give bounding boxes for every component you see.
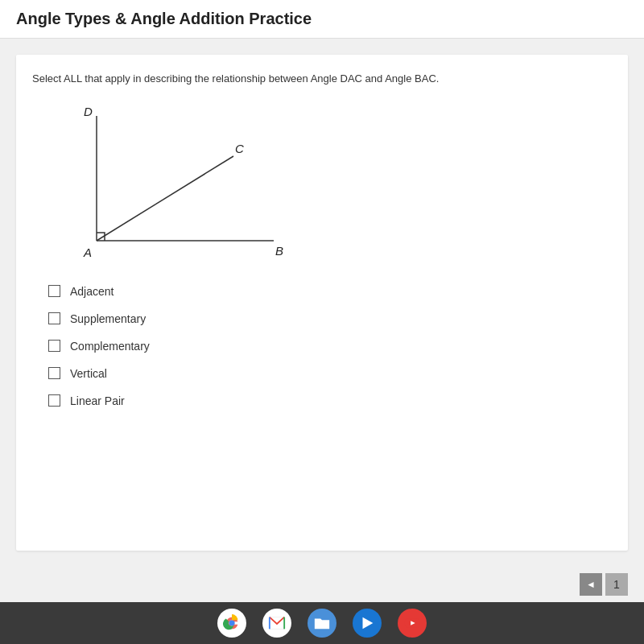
question-area: Select ALL that apply in describing the … [16, 55, 628, 551]
checkbox-adjacent[interactable] [48, 285, 60, 297]
page-number: 1 [605, 573, 628, 596]
option-supplementary[interactable]: Supplementary [48, 312, 612, 325]
option-complementary[interactable]: Complementary [48, 340, 612, 353]
option-vertical-label: Vertical [70, 367, 107, 380]
youtube-icon[interactable] [398, 609, 427, 638]
diagram-container: A B C D [48, 100, 306, 269]
angle-diagram: A B C D [48, 100, 306, 269]
bottom-nav: ◄ 1 [0, 567, 644, 602]
svg-marker-4 [363, 617, 374, 630]
chrome-icon[interactable] [217, 609, 246, 638]
page-title: Angle Types & Angle Addition Practice [16, 10, 312, 27]
page-header: Angle Types & Angle Addition Practice [0, 0, 644, 39]
checkbox-vertical[interactable] [48, 367, 60, 379]
option-adjacent[interactable]: Adjacent [48, 285, 612, 298]
svg-point-3 [229, 620, 234, 625]
main-content: Angle Types & Angle Addition Practice Se… [0, 0, 644, 602]
options-list: Adjacent Supplementary Complementary Ver… [48, 285, 612, 407]
label-B: B [275, 244, 283, 258]
option-vertical[interactable]: Vertical [48, 367, 612, 380]
svg-line-2 [97, 156, 233, 241]
label-C: C [235, 142, 244, 155]
option-linear-pair[interactable]: Linear Pair [48, 394, 612, 407]
option-complementary-label: Complementary [70, 340, 150, 353]
gmail-icon[interactable] [262, 609, 291, 638]
taskbar [0, 602, 644, 644]
label-A: A [83, 246, 92, 259]
option-adjacent-label: Adjacent [70, 285, 114, 298]
question-text: Select ALL that apply in describing the … [32, 71, 612, 87]
checkbox-supplementary[interactable] [48, 312, 60, 324]
prev-page-button[interactable]: ◄ [580, 573, 602, 596]
option-supplementary-label: Supplementary [70, 312, 146, 325]
folder-icon[interactable] [308, 609, 336, 638]
checkbox-linear-pair[interactable] [48, 394, 60, 407]
label-D: D [84, 105, 93, 118]
option-linear-pair-label: Linear Pair [70, 394, 125, 407]
play-icon[interactable] [353, 609, 382, 638]
checkbox-complementary[interactable] [48, 340, 60, 352]
